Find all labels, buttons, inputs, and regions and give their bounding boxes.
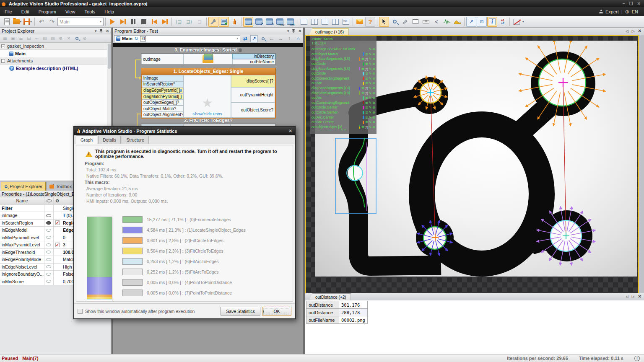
block1-header[interactable]: 1. LocateObjects_Edges: Single <box>141 68 276 74</box>
add-macrofilter-icon[interactable]: ▦ <box>2 35 8 41</box>
remove-layer-icon[interactable]: ⊗ <box>372 120 375 124</box>
port-outpyramidheight[interactable]: outPyramidHeight <box>231 87 275 103</box>
col-visibility-header[interactable] <box>44 197 54 205</box>
remove-layer-icon[interactable]: ⊗ <box>372 76 375 81</box>
pin-icon[interactable] <box>99 29 103 33</box>
minimize-button[interactable]: – <box>623 1 625 6</box>
edit-layer-icon[interactable]: ✎ <box>369 125 372 129</box>
port-inimage[interactable]: inImage <box>142 75 184 81</box>
prop-inignoreboundary[interactable]: inIgnoreBoundaryO... <box>0 271 44 278</box>
remove-layer-icon[interactable]: ⊗ <box>372 125 375 129</box>
block0-icon-cell[interactable] <box>183 54 232 65</box>
prop-insearchregion[interactable]: inSearchRegion <box>0 220 44 227</box>
expert-mode-label[interactable]: Expert <box>605 9 619 14</box>
menu-help[interactable]: Help <box>100 8 119 16</box>
iterate-back-button[interactable] <box>149 17 159 27</box>
distance-label[interactable]: outDistance <box>306 309 339 316</box>
prop-inminpyramidlevel-eye[interactable] <box>44 234 54 242</box>
filename-label[interactable]: outFileName <box>306 316 339 324</box>
col-name-header[interactable]: Name <box>0 197 44 205</box>
prop-inedgepolaritymode[interactable]: inEdgePolarityMode <box>0 256 44 264</box>
window-layout-1-button[interactable]: 1 <box>243 17 253 27</box>
tab-outdistance[interactable]: outDistance (+2) <box>309 293 351 300</box>
path-dropdown-icon[interactable]: ▾ <box>236 37 238 40</box>
edit-layer-icon[interactable]: ✎ <box>369 91 372 96</box>
tab-details[interactable]: Details <box>98 136 121 144</box>
prop-inminscore[interactable]: inMinScore <box>0 278 44 286</box>
distance-label[interactable]: outDistance <box>306 301 339 309</box>
layer-style-icon[interactable]: ≣ <box>365 110 368 115</box>
edit-layer-icon[interactable]: ✎ <box>369 47 372 52</box>
prop-insearchregion-check[interactable]: ✓ <box>54 220 61 227</box>
show-coordinates-button[interactable]: +1+2 <box>498 17 508 27</box>
image-preview-area[interactable]: Zoom: 146% 131, 114 outImage 656x492 1xU… <box>305 35 639 318</box>
show-hide-ports-link[interactable]: Show/Hide Ports <box>192 111 222 116</box>
help-button[interactable]: ? <box>365 17 375 27</box>
macro-path-combo[interactable]: Main ↻ I0 ▾ <box>114 35 240 42</box>
edit-layer-icon[interactable]: ✎ <box>369 57 372 61</box>
close-view-icon[interactable]: ✕ <box>638 28 641 33</box>
layer-style-icon[interactable]: ≣ <box>365 71 368 76</box>
step-over-button[interactable] <box>160 17 170 27</box>
tab-structure[interactable]: Structure <box>122 136 149 144</box>
redo-button[interactable]: ↷ <box>47 17 57 27</box>
layer-style-icon[interactable]: ≣ <box>365 96 368 100</box>
close-button[interactable]: ✕ <box>637 1 641 6</box>
window-layout-hmi-button[interactable]: HMI <box>285 17 295 27</box>
profile-tool-button[interactable] <box>442 17 452 27</box>
probe-tool-button[interactable] <box>400 17 410 27</box>
menu-file[interactable]: File <box>0 8 17 16</box>
layer-style-icon[interactable]: ≣ <box>361 67 364 71</box>
find-in-program-button[interactable] <box>259 35 267 42</box>
port-diagmatchpyramid[interactable]: diagMatchPyramid[ ] <box>142 93 184 100</box>
rectangle-tool-button[interactable] <box>410 17 421 27</box>
block2-header[interactable]: 2. FitCircle: ToEdges? <box>141 117 276 124</box>
remove-layer-icon[interactable]: ⊗ <box>372 101 375 105</box>
layout-split-vertical-button[interactable] <box>330 17 340 27</box>
select-tool-button[interactable] <box>379 17 389 27</box>
edit-layer-icon[interactable]: ✎ <box>369 115 372 120</box>
filter-block-locate-objects[interactable]: 1. LocateObjects_Edges: Single inImage i… <box>141 68 276 119</box>
nav-forward-button[interactable]: → <box>277 35 284 42</box>
collapse-icon[interactable]: − <box>1 44 5 48</box>
prop-filter[interactable]: Filter <box>0 205 44 212</box>
layer-style-icon[interactable]: ≣ <box>365 76 368 81</box>
tab-toolbox[interactable]: Toolbox <box>46 182 75 191</box>
fit-to-window-button[interactable]: ⊡ <box>477 17 487 27</box>
dialog-close-icon[interactable]: ✕ <box>289 129 292 133</box>
zoom-in-region-button[interactable]: ↗ <box>466 17 476 27</box>
prop-inedgenoiselevel-eye[interactable] <box>44 264 54 271</box>
remove-layer-icon[interactable]: ⊗ <box>372 115 375 120</box>
dialog-title-bar[interactable]: Adaptive Vision Studio - Program Statist… <box>74 127 295 135</box>
port-outobject-score[interactable]: outObject.Score? <box>231 103 275 118</box>
layout-single-button[interactable] <box>299 17 309 27</box>
overlay-dropdown[interactable]: ▾ <box>522 20 524 23</box>
show-after-execution-checkbox[interactable] <box>78 309 83 314</box>
port-outfilename[interactable]: outFileName <box>232 59 275 65</box>
nav-home-button[interactable]: ⌂ <box>294 35 302 42</box>
prop-inmaxpyramidlevel-check[interactable]: ✓ <box>54 241 61 249</box>
block-settings-gear-icon[interactable]: ⚙ <box>238 47 242 52</box>
block0-header[interactable]: 0. EnumerateImages: Sorted ⚙ <box>141 47 276 53</box>
image-info-button[interactable]: i <box>487 17 497 27</box>
panel-menu-icon[interactable]: ▾ <box>95 29 97 33</box>
next-view-icon[interactable]: ▷ <box>632 295 635 299</box>
edit-layer-icon[interactable]: ✎ <box>369 96 372 100</box>
tree-item-example-description[interactable]: ? Example description (HTML) <box>0 65 111 72</box>
program-statistics-toggle-button[interactable] <box>219 17 229 27</box>
prop-inimage-eye[interactable] <box>44 212 54 220</box>
save-button[interactable]: ▾ <box>23 17 33 27</box>
remove-layer-icon[interactable]: ⊗ <box>372 67 375 71</box>
layer-style-icon[interactable]: ≣ <box>365 81 368 85</box>
edit-layer-icon[interactable]: ✎ <box>369 62 372 66</box>
close-view-icon[interactable]: ✕ <box>638 294 641 299</box>
distance-value[interactable]: 301,176 <box>339 301 368 309</box>
remove-layer-icon[interactable]: ⊗ <box>372 57 375 61</box>
edit-layer-icon[interactable]: ✎ <box>369 52 372 57</box>
pause-button[interactable] <box>128 17 138 27</box>
edit-layer-icon[interactable]: ✎ <box>369 71 372 76</box>
port-diagedgepyramid[interactable]: diagEdgePyramid[ ] <box>142 87 184 93</box>
export-icon[interactable]: ▧ <box>42 35 48 41</box>
prev-view-icon[interactable]: ◁ <box>626 295 628 299</box>
port-outobject-alignment[interactable]: outObject.Alignment? <box>142 112 184 118</box>
